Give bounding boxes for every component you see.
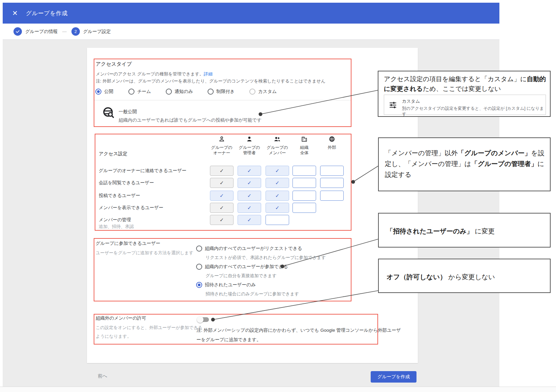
step2-label: グループ設定 xyxy=(83,29,111,35)
toggle-knob xyxy=(197,316,204,323)
radio-icon xyxy=(196,264,202,270)
annotation-box-toggle-off: オフ（許可しない） から変更しない xyxy=(378,259,551,293)
access-cell-r1-c1[interactable]: ✓ xyxy=(210,166,234,176)
access-type-note: 注: 外部メンバーは、グループのメンバーを表示したり、グループのコンテンツを検索… xyxy=(96,78,326,84)
table-row-label: 投稿できるユーザー xyxy=(99,193,140,199)
annotation-text-members: 「メンバーの管理」以外「グループのメンバー」を設定し、「メンバーの管理」は「グル… xyxy=(385,148,545,180)
create-group-button[interactable]: グループを作成 xyxy=(371,371,416,383)
access-type-radio-4[interactable]: 制限付き xyxy=(208,89,235,95)
step1-check-icon xyxy=(13,27,22,36)
access-cell-r2-c3[interactable]: ✓ xyxy=(266,178,289,188)
access-type-title: アクセスタイプ xyxy=(96,61,132,67)
access-cell-r5-c2[interactable]: ✓ xyxy=(238,215,261,225)
annotation-box-members: 「メンバーの管理」以外「グループのメンバー」を設定し、「メンバーの管理」は「グル… xyxy=(378,137,551,191)
external-members-title: 組織外のメンバーの許可 xyxy=(96,315,146,321)
radio-label: カスタム xyxy=(258,89,277,95)
person-filled-icon xyxy=(246,135,253,143)
page-title: グループを作成 xyxy=(26,9,68,17)
access-cell-r4-c3[interactable]: ✓ xyxy=(266,203,289,213)
step-group-info[interactable]: グループの情報 xyxy=(13,27,58,36)
divider xyxy=(94,100,351,100)
access-cell-r2-c2[interactable]: ✓ xyxy=(238,178,261,188)
join-option-sub: リクエストが必須で、承認されたらグループに参加できます xyxy=(206,255,326,261)
radio-icon xyxy=(208,89,214,95)
page-bottom-strip xyxy=(0,387,556,392)
tune-icon xyxy=(389,101,397,109)
access-cell-r2-c4[interactable] xyxy=(292,178,316,188)
column-header-5: 外部 xyxy=(317,145,347,150)
details-link[interactable]: 詳細 xyxy=(204,71,213,76)
annotation-box-custom: アクセス設定の項目を編集すると「カスタム」に自動的に変更されるため、ここでは変更… xyxy=(378,71,551,117)
annotation-segment: 「メンバーの管理」以外 xyxy=(385,149,458,157)
radio-icon xyxy=(166,89,172,95)
table-row-label: 会話を閲覧できるユーザー xyxy=(99,180,154,186)
annotation-segment: ため、ここでは変更しない xyxy=(423,85,501,92)
table-row-label: メンバーの管理 xyxy=(99,217,131,223)
annotation-segment: に変更 xyxy=(473,227,495,235)
radio-icon xyxy=(128,89,134,95)
access-cell-r4-c4[interactable] xyxy=(292,203,316,213)
column-header-1: グループのオーナー xyxy=(207,145,237,156)
public-search-icon xyxy=(102,106,115,119)
access-settings-title: アクセス設定 xyxy=(99,151,127,157)
radio-icon xyxy=(196,282,202,288)
column-header-2: グループの管理者 xyxy=(234,145,265,156)
table-row-label: メンバーを表示できるユーザー xyxy=(99,205,163,211)
access-cell-r1-c5[interactable] xyxy=(320,166,344,176)
access-cell-r3-c2[interactable]: ✓ xyxy=(238,191,261,201)
table-row-label: グループのオーナーに連絡できるユーザー xyxy=(99,168,186,174)
access-type-radio-3[interactable]: 通知のみ xyxy=(166,89,193,95)
access-type-radio-1[interactable]: 公開 xyxy=(95,89,113,95)
access-cell-r4-c1[interactable]: ✓ xyxy=(210,203,234,213)
globe-icon xyxy=(328,135,336,143)
access-cell-r3-c4[interactable] xyxy=(292,191,316,201)
access-cell-r4-c2[interactable]: ✓ xyxy=(238,203,261,213)
access-cell-r1-c3[interactable]: ✓ xyxy=(266,166,289,176)
close-icon[interactable]: ✕ xyxy=(12,10,18,17)
external-members-note-line2: ーをグループに追加できます。 xyxy=(196,337,261,343)
access-type-radio-5[interactable]: カスタム xyxy=(249,89,277,95)
access-cell-r2-c1[interactable]: ✓ xyxy=(210,178,234,188)
annotation-text-toggle-off: オフ（許可しない） から変更しない xyxy=(387,271,546,282)
join-option-1[interactable]: 組織内のすべてのユーザーがリクエストできる xyxy=(196,246,302,252)
access-cell-r3-c5[interactable] xyxy=(320,191,344,201)
step-group-settings[interactable]: 2 グループ設定 xyxy=(71,27,111,36)
annotation-segment: から変更しない xyxy=(446,273,495,281)
join-option-label: 招待されたユーザーのみ xyxy=(205,282,256,288)
access-type-radio-2[interactable]: チーム xyxy=(128,89,151,95)
annotation-bold-segment: 「招待されたユーザーのみ」 xyxy=(387,227,473,235)
stepper-separator: — xyxy=(62,29,67,34)
join-option-2[interactable]: 組織内のすべてのユーザーが参加できる xyxy=(196,264,288,270)
app-header: ✕ グループを作成 xyxy=(3,3,499,24)
annotation-text-custom: アクセス設定の項目を編集すると「カスタム」に自動的に変更されるため、ここでは変更… xyxy=(384,74,547,94)
radio-icon xyxy=(95,89,101,95)
table-row-sublabel: 追加、招待、承認 xyxy=(99,224,134,230)
radio-label: 制限付き xyxy=(216,89,235,95)
join-option-label: 組織内のすべてのユーザーがリクエストできる xyxy=(205,246,302,252)
radio-icon xyxy=(196,246,202,252)
access-cell-r3-c3[interactable]: ✓ xyxy=(266,191,289,201)
back-button[interactable]: 前へ xyxy=(98,373,107,379)
custom-access-card: カスタム 別のアクセスタイプの設定を変更すると、その設定が [カスタム] になり… xyxy=(384,95,546,115)
people-icon xyxy=(274,135,281,143)
radio-icon xyxy=(249,89,255,95)
access-type-description-text: メンバーのアクセス グループの種類を管理できます。 xyxy=(96,71,204,76)
custom-card-description: 別のアクセスタイプの設定を変更すると、その設定が [カスタム] になります xyxy=(402,106,546,117)
access-type-description: メンバーのアクセス グループの種類を管理できます。詳細 xyxy=(96,71,213,77)
access-cell-r1-c2[interactable]: ✓ xyxy=(238,166,261,176)
access-cell-r1-c4[interactable] xyxy=(292,166,316,176)
annotation-bold-segment: 「グループの管理者」 xyxy=(471,160,537,167)
external-members-toggle[interactable] xyxy=(197,317,210,322)
join-group-subtitle: ユーザーをグループに追加する方法を選択します xyxy=(96,250,193,256)
access-cell-r5-c3[interactable] xyxy=(266,215,289,225)
step1-label: グループの情報 xyxy=(25,29,58,35)
step2-number: 2 xyxy=(71,27,80,36)
join-option-3[interactable]: 招待されたユーザーのみ xyxy=(196,282,256,288)
access-cell-r3-c1[interactable]: ✓ xyxy=(210,191,234,201)
join-option-sub: 招待された場合にのみグループに参加できます xyxy=(206,291,299,297)
access-cell-r5-c1[interactable]: ✓ xyxy=(210,215,234,225)
access-cell-r2-c5[interactable] xyxy=(320,178,344,188)
radio-label: 公開 xyxy=(104,89,113,95)
annotation-bold-segment: 「グループのメンバー」 xyxy=(458,149,531,157)
building-icon xyxy=(301,135,308,143)
